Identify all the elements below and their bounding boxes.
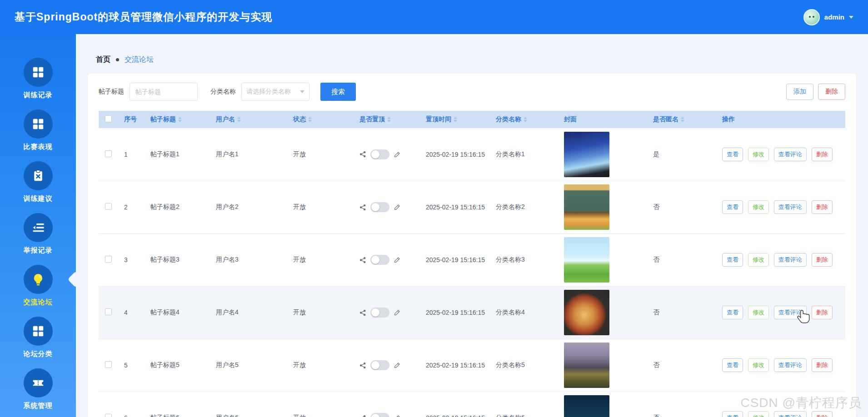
grid-icon	[24, 58, 53, 87]
category-cell: 分类名称5	[493, 339, 561, 392]
sidebar-item-system-management[interactable]: 系统管理	[0, 361, 76, 413]
pin-toggle[interactable]	[370, 255, 389, 265]
column-header: 置顶时间	[426, 115, 451, 124]
post-title-cell: 帖子标题6	[148, 392, 213, 417]
user-menu[interactable]: admin	[803, 9, 853, 25]
edit-pencil-icon[interactable]	[394, 204, 401, 211]
edit-pencil-icon[interactable]	[394, 151, 401, 158]
sort-control[interactable]	[524, 117, 527, 122]
view-comments-button[interactable]: 查看评论	[774, 148, 807, 161]
breadcrumb-current[interactable]: 交流论坛	[125, 55, 154, 65]
share-icon[interactable]	[359, 362, 366, 369]
avatar[interactable]	[803, 9, 820, 25]
pin-toggle[interactable]	[370, 308, 389, 318]
sidebar-item-label: 训练记录	[24, 91, 53, 99]
edit-pencil-icon[interactable]	[394, 309, 401, 316]
pin-toggle[interactable]	[370, 413, 389, 417]
row-delete-button[interactable]: 删除	[812, 148, 833, 161]
column-header: 分类名称	[496, 115, 521, 124]
status-cell: 开放	[290, 233, 357, 286]
view-comments-button[interactable]: 查看评论	[774, 306, 807, 319]
row-checkbox[interactable]	[105, 150, 112, 157]
sidebar-item-label: 举报记录	[24, 246, 53, 255]
edit-button[interactable]: 修改	[748, 411, 769, 417]
row-delete-button[interactable]: 删除	[812, 358, 833, 372]
sidebar-item-forum-categories[interactable]: 论坛分类	[0, 309, 76, 361]
row-number: 1	[121, 128, 148, 181]
starry-teal-sky-cover-image	[564, 395, 609, 417]
sort-control[interactable]	[308, 117, 312, 122]
category-select[interactable]: 请选择分类名称	[241, 83, 309, 101]
table-row: 5 帖子标题5 用户名5 开放 2025-02-19 15:16:15 分类名称…	[99, 339, 845, 392]
column-header: 用户名	[216, 115, 235, 124]
view-button[interactable]: 查看	[722, 358, 743, 372]
column-header: 是否置顶	[359, 115, 385, 124]
delete-button[interactable]: 删除	[818, 84, 845, 100]
post-title-input[interactable]	[130, 83, 198, 101]
edit-button[interactable]: 修改	[748, 200, 769, 214]
row-checkbox[interactable]	[105, 308, 112, 315]
sidebar-item-training-records[interactable]: 训练记录	[0, 50, 76, 102]
sidebar-item-match-performance[interactable]: 比赛表现	[0, 102, 76, 154]
sidebar-item-training-suggestions[interactable]: 训练建议	[0, 154, 76, 206]
breadcrumb-home[interactable]: 首页	[96, 55, 110, 65]
edit-button[interactable]: 修改	[748, 358, 769, 372]
sort-control[interactable]	[237, 117, 241, 122]
row-checkbox[interactable]	[105, 256, 112, 263]
sort-control[interactable]	[454, 117, 457, 122]
pin-toggle[interactable]	[370, 360, 389, 370]
column-header: 状态	[293, 115, 306, 124]
edit-pencil-icon[interactable]	[394, 414, 401, 417]
view-button[interactable]: 查看	[722, 148, 743, 161]
edit-button[interactable]: 修改	[748, 306, 769, 319]
sidebar-item-forum[interactable]: 交流论坛	[0, 258, 76, 309]
share-icon[interactable]	[359, 204, 366, 211]
row-checkbox[interactable]	[105, 361, 112, 368]
pin-time-cell: 2025-02-19 15:16:15	[423, 181, 493, 233]
edit-pencil-icon[interactable]	[394, 256, 401, 263]
view-button[interactable]: 查看	[722, 200, 743, 214]
category-cell: 分类名称6	[493, 392, 561, 417]
row-delete-button[interactable]: 删除	[812, 200, 833, 214]
sort-control[interactable]	[178, 117, 182, 122]
anonymous-cell: 是	[650, 128, 719, 181]
category-cell: 分类名称2	[493, 181, 561, 233]
share-icon[interactable]	[359, 151, 366, 158]
search-button[interactable]: 搜索	[320, 83, 356, 101]
view-comments-button[interactable]: 查看评论	[774, 200, 807, 214]
pin-toggle[interactable]	[370, 202, 389, 212]
table-row: 6 帖子标题6 用户名6 开放 2025-02-19 15:16:15 分类名称…	[99, 392, 845, 417]
share-icon[interactable]	[359, 309, 366, 316]
view-comments-button[interactable]: 查看评论	[774, 253, 807, 267]
edit-button[interactable]: 修改	[748, 148, 769, 161]
row-number: 6	[121, 392, 148, 417]
sort-control[interactable]	[681, 117, 684, 122]
row-number: 4	[121, 286, 148, 339]
clipboard-icon	[24, 161, 53, 190]
edit-pencil-icon[interactable]	[394, 362, 401, 369]
view-button[interactable]: 查看	[722, 411, 743, 417]
row-checkbox[interactable]	[105, 203, 112, 210]
row-delete-button[interactable]: 删除	[812, 253, 833, 267]
view-button[interactable]: 查看	[722, 306, 743, 319]
view-comments-button[interactable]: 查看评论	[774, 411, 807, 417]
select-all-checkbox[interactable]	[105, 115, 112, 122]
share-icon[interactable]	[359, 415, 366, 417]
share-icon[interactable]	[359, 257, 366, 263]
main-content: 首页 交流论坛 帖子标题 分类名称 请选择分类名称 搜索 添加 删除	[76, 34, 868, 417]
sidebar-item-report-records[interactable]: 举报记录	[0, 206, 76, 258]
anonymous-cell: 否	[650, 233, 719, 286]
view-button[interactable]: 查看	[722, 253, 743, 267]
edit-button[interactable]: 修改	[748, 253, 769, 267]
category-cell: 分类名称4	[493, 286, 561, 339]
view-comments-button[interactable]: 查看评论	[774, 358, 807, 372]
row-delete-button[interactable]: 删除	[812, 306, 833, 319]
row-checkbox[interactable]	[105, 414, 112, 417]
sort-control[interactable]	[387, 117, 391, 122]
row-delete-button[interactable]: 删除	[812, 411, 833, 417]
list-icon	[24, 213, 53, 242]
post-title-cell: 帖子标题4	[148, 286, 213, 339]
pin-toggle[interactable]	[370, 149, 389, 159]
spring-meadow-landscape-cover-image	[564, 237, 609, 283]
add-button[interactable]: 添加	[786, 84, 813, 100]
